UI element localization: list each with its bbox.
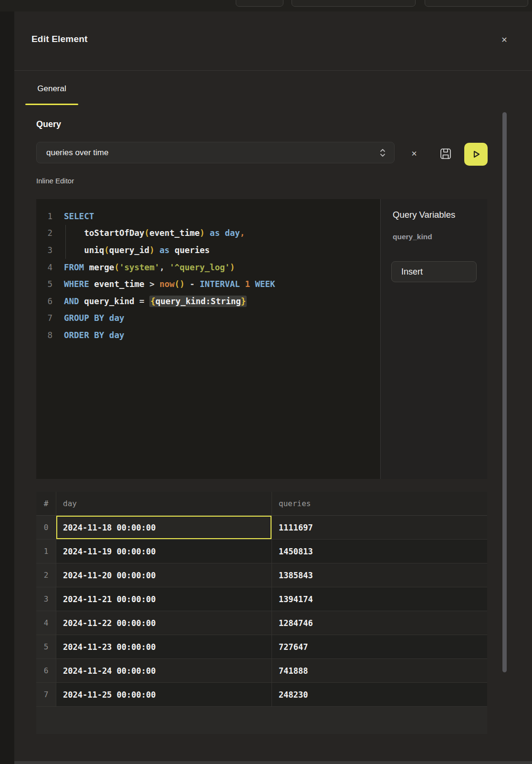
token-par: ) <box>230 263 235 272</box>
token-pl <box>155 245 160 255</box>
query-variables-heading: Query Variables <box>393 210 487 220</box>
sql-editor: 1SELECT2 toStartOfDay(event_time) as day… <box>36 199 487 479</box>
cell-queries[interactable]: 1394174 <box>272 587 487 611</box>
token-id: event_time <box>149 228 199 238</box>
code-editor[interactable]: 1SELECT2 toStartOfDay(event_time) as day… <box>36 199 380 479</box>
token-id: query_kind <box>84 297 134 306</box>
token-pl <box>145 279 150 289</box>
cell-queries[interactable]: 1385843 <box>272 563 487 587</box>
run-query-button[interactable] <box>464 143 488 166</box>
token-kw: BY <box>94 330 104 340</box>
row-index: 3 <box>36 587 56 611</box>
token-op: - <box>189 279 195 289</box>
line-code: ORDER BY day <box>64 330 124 340</box>
code-line[interactable]: 3 uniq(query_id) as queries <box>36 242 380 259</box>
token-id: event_time <box>94 279 144 289</box>
save-icon <box>439 148 452 160</box>
line-code: FROM merge('system', '^query_log') <box>64 263 235 272</box>
token-num: 1 <box>245 279 250 289</box>
token-pl <box>64 245 84 255</box>
cell-day[interactable]: 2024-11-21 00:00:00 <box>56 587 272 611</box>
row-index: 5 <box>36 635 56 658</box>
code-line[interactable]: 8ORDER BY day <box>36 327 380 344</box>
cell-queries[interactable]: 248230 <box>272 683 487 706</box>
token-pl <box>185 279 190 289</box>
background-button <box>236 0 283 7</box>
token-pl <box>104 313 109 323</box>
insert-variable-button[interactable]: Insert <box>391 261 477 282</box>
token-pl <box>89 313 94 323</box>
column-header-day[interactable]: day <box>56 492 272 515</box>
cell-queries[interactable]: 1111697 <box>272 516 487 539</box>
line-number: 7 <box>36 313 52 323</box>
token-op: = <box>139 297 145 306</box>
line-number: 1 <box>36 212 52 221</box>
token-kw: WEEK <box>255 279 275 289</box>
cell-day[interactable]: 2024-11-24 00:00:00 <box>56 659 272 682</box>
drawer-title: Edit Element <box>31 34 87 44</box>
table-header-row: # day queries <box>36 492 487 516</box>
code-line[interactable]: 7GROUP BY day <box>36 310 380 327</box>
tab-active-underline <box>25 104 78 105</box>
token-kw: as <box>159 245 169 255</box>
column-header-queries[interactable]: queries <box>272 492 487 515</box>
code-line[interactable]: 5WHERE event_time > now() - INTERVAL 1 W… <box>36 276 380 293</box>
token-par: ( <box>145 228 150 238</box>
tab-general[interactable]: General <box>25 84 78 94</box>
code-line[interactable]: 1SELECT <box>36 208 380 225</box>
line-code: GROUP BY day <box>64 313 124 323</box>
results-table: # day queries 02024-11-18 00:00:00111169… <box>36 492 487 734</box>
cell-day[interactable]: 2024-11-23 00:00:00 <box>56 635 272 658</box>
token-op: > <box>149 279 155 289</box>
play-icon <box>471 149 481 159</box>
query-select[interactable]: queries over time <box>36 142 395 163</box>
line-code: toStartOfDay(event_time) as day, <box>64 228 245 238</box>
token-par: ( <box>104 245 109 255</box>
token-kw: day <box>225 228 240 238</box>
clear-query-button[interactable]: ✕ <box>407 147 421 160</box>
token-pl <box>89 330 94 340</box>
token-pl <box>145 297 150 306</box>
line-number: 5 <box>36 279 52 289</box>
code-line[interactable]: 4FROM merge('system', '^query_log') <box>36 259 380 276</box>
token-kw: as <box>210 228 220 238</box>
cell-day[interactable]: 2024-11-25 00:00:00 <box>56 683 272 706</box>
token-pl <box>155 279 160 289</box>
cell-queries[interactable]: 727647 <box>272 635 487 658</box>
clear-icon: ✕ <box>411 149 417 158</box>
cell-queries[interactable]: 1450813 <box>272 540 487 563</box>
query-select-value: queries over time <box>46 148 379 158</box>
token-num: now <box>159 279 175 289</box>
token-chip-text: query_kind:String <box>156 297 241 306</box>
row-index: 4 <box>36 611 56 635</box>
token-id: uniq <box>84 245 104 255</box>
page-backdrop <box>0 11 14 764</box>
cell-day[interactable]: 2024-11-22 00:00:00 <box>56 611 272 635</box>
code-line[interactable]: 6AND query_kind = {query_kind:String} <box>36 293 380 310</box>
token-chip-brace: } <box>241 297 246 306</box>
token-str: 'system' <box>119 263 159 272</box>
table-row: 72024-11-25 00:00:00248230 <box>36 683 487 707</box>
select-updown-icon <box>379 148 386 158</box>
save-query-button[interactable] <box>439 147 452 160</box>
table-row: 12024-11-19 00:00:001450813 <box>36 540 487 563</box>
header-divider <box>14 70 532 71</box>
line-number: 4 <box>36 263 52 272</box>
close-icon[interactable]: ✕ <box>497 32 511 47</box>
token-pl <box>250 279 255 289</box>
token-pl <box>89 279 94 289</box>
tab-general-label: General <box>37 84 66 93</box>
cell-day[interactable]: 2024-11-19 00:00:00 <box>56 540 272 563</box>
code-line[interactable]: 2 toStartOfDay(event_time) as day, <box>36 225 380 242</box>
cell-day[interactable]: 2024-11-20 00:00:00 <box>56 563 272 587</box>
background-input <box>425 0 528 7</box>
token-pl <box>240 279 245 289</box>
table-row: 32024-11-21 00:00:001394174 <box>36 587 487 611</box>
token-id: queries <box>175 245 210 255</box>
cell-queries[interactable]: 741888 <box>272 659 487 682</box>
column-header-index[interactable]: # <box>36 492 56 515</box>
screen: Edit Element ✕ General Query queries ove… <box>0 0 532 764</box>
cell-day-selected[interactable]: 2024-11-18 00:00:00 <box>56 516 272 539</box>
drawer-scrollbar[interactable] <box>502 112 507 672</box>
cell-queries[interactable]: 1284746 <box>272 611 487 635</box>
